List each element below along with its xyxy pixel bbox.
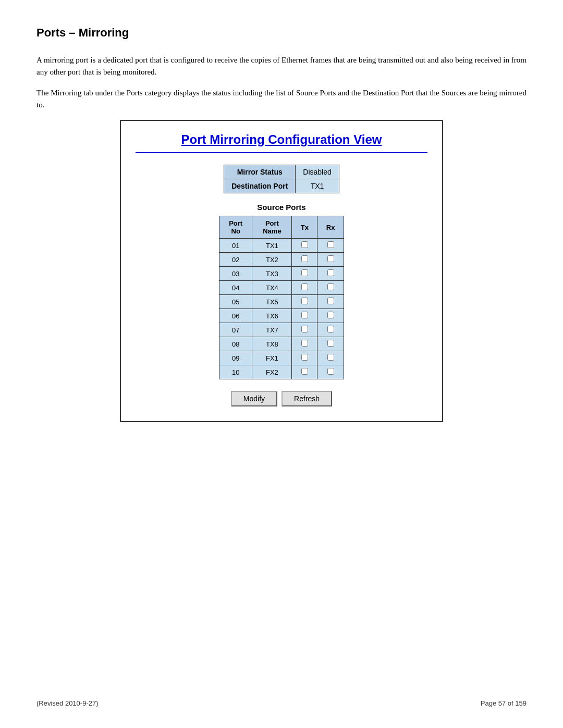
table-row: 02TX2 [219,253,344,267]
rx-checkbox[interactable] [327,283,334,290]
page-title: Ports – Mirroring [36,26,527,40]
rx-checkbox[interactable] [327,340,334,347]
table-row: 03TX3 [219,267,344,281]
refresh-button[interactable]: Refresh [282,391,332,406]
port-no-cell: 09 [219,351,252,365]
rx-checkbox-cell[interactable] [317,365,344,379]
rx-checkbox-cell[interactable] [317,309,344,323]
port-no-cell: 03 [219,267,252,281]
paragraph-1: A mirroring port is a dedicated port tha… [36,54,527,78]
table-row: 07TX7 [219,323,344,337]
panel-title: Port Mirroring Configuration View [136,132,427,153]
main-panel: Port Mirroring Configuration View Mirror… [120,120,443,422]
tx-checkbox-cell[interactable] [292,351,317,365]
tx-checkbox[interactable] [301,368,308,375]
rx-checkbox-cell[interactable] [317,351,344,365]
table-row: 04TX4 [219,281,344,295]
tx-checkbox[interactable] [301,255,308,262]
table-row: 09FX1 [219,351,344,365]
tx-checkbox[interactable] [301,312,308,318]
rx-checkbox-cell[interactable] [317,281,344,295]
col-port-no: PortNo [219,216,252,239]
tx-checkbox-cell[interactable] [292,337,317,351]
rx-checkbox[interactable] [327,241,334,248]
port-no-cell: 04 [219,281,252,295]
tx-checkbox-cell[interactable] [292,253,317,267]
source-ports-label: Source Ports [136,203,427,212]
button-row: Modify Refresh [136,391,427,406]
table-row: 10FX2 [219,365,344,379]
rx-checkbox[interactable] [327,255,334,262]
col-port-name: PortName [252,216,292,239]
status-table: Mirror Status Disabled Destination Port … [224,165,339,193]
port-no-cell: 10 [219,365,252,379]
mirror-status-value: Disabled [296,165,339,179]
port-name-cell: TX7 [252,323,292,337]
rx-checkbox-cell[interactable] [317,253,344,267]
table-row: 08TX8 [219,337,344,351]
tx-checkbox-cell[interactable] [292,365,317,379]
port-no-cell: 02 [219,253,252,267]
port-name-cell: FX2 [252,365,292,379]
tx-checkbox[interactable] [301,269,308,276]
mirror-status-label: Mirror Status [224,165,296,179]
rx-checkbox-cell[interactable] [317,295,344,309]
table-row: 06TX6 [219,309,344,323]
port-name-cell: TX4 [252,281,292,295]
port-name-cell: TX6 [252,309,292,323]
table-row: 05TX5 [219,295,344,309]
paragraph-2: The Mirroring tab under the Ports catego… [36,87,527,110]
tx-checkbox-cell[interactable] [292,309,317,323]
port-name-cell: TX5 [252,295,292,309]
port-no-cell: 01 [219,239,252,253]
port-no-cell: 05 [219,295,252,309]
tx-checkbox-cell[interactable] [292,323,317,337]
rx-checkbox-cell[interactable] [317,267,344,281]
tx-checkbox[interactable] [301,340,308,347]
tx-checkbox-cell[interactable] [292,281,317,295]
port-no-cell: 06 [219,309,252,323]
rx-checkbox-cell[interactable] [317,337,344,351]
tx-checkbox[interactable] [301,326,308,332]
port-name-cell: TX8 [252,337,292,351]
tx-checkbox[interactable] [301,354,308,361]
footer-left: (Revised 2010-9-27) [36,699,99,707]
tx-checkbox-cell[interactable] [292,295,317,309]
rx-checkbox[interactable] [327,298,334,304]
destination-port-label: Destination Port [224,179,296,193]
source-ports-table: PortNo PortName Tx Rx 01TX102TX203TX304T… [219,216,344,379]
col-tx: Tx [292,216,317,239]
tx-checkbox[interactable] [301,241,308,248]
port-name-cell: TX2 [252,253,292,267]
tx-checkbox[interactable] [301,298,308,304]
rx-checkbox-cell[interactable] [317,239,344,253]
port-name-cell: TX3 [252,267,292,281]
footer-right: Page 57 of 159 [481,699,527,707]
footer: (Revised 2010-9-27) Page 57 of 159 [36,699,527,707]
table-row: 01TX1 [219,239,344,253]
rx-checkbox[interactable] [327,312,334,318]
col-rx: Rx [317,216,344,239]
rx-checkbox[interactable] [327,354,334,361]
rx-checkbox[interactable] [327,368,334,375]
modify-button[interactable]: Modify [231,391,277,406]
tx-checkbox-cell[interactable] [292,239,317,253]
port-no-cell: 07 [219,323,252,337]
port-name-cell: TX1 [252,239,292,253]
rx-checkbox[interactable] [327,326,334,332]
tx-checkbox-cell[interactable] [292,267,317,281]
rx-checkbox-cell[interactable] [317,323,344,337]
panel-wrapper: Port Mirroring Configuration View Mirror… [36,120,527,422]
tx-checkbox[interactable] [301,283,308,290]
rx-checkbox[interactable] [327,269,334,276]
port-name-cell: FX1 [252,351,292,365]
port-no-cell: 08 [219,337,252,351]
destination-port-value: TX1 [296,179,339,193]
